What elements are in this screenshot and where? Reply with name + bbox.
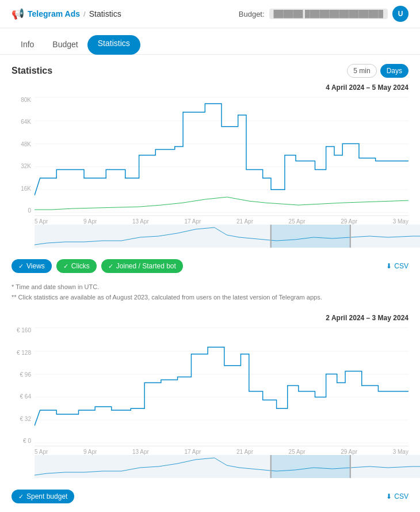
y-label-80k: 80K <box>21 97 31 103</box>
chart1-mini-svg <box>35 225 420 248</box>
megaphone-icon: 📢 <box>12 7 24 20</box>
chart1-legend: ✓ Views ✓ Clicks ✓ Joined / Started bot <box>12 259 183 273</box>
svg-rect-9 <box>350 225 351 248</box>
y2-label-128: € 128 <box>17 350 31 356</box>
chart2-date-range: 2 April 2024 – 3 May 2024 <box>12 314 408 322</box>
y-label-48k: 48K <box>21 142 31 147</box>
chart2-x-labels: 5 Apr 9 Apr 13 Apr 17 Apr 21 Apr 25 Apr … <box>35 446 408 455</box>
x2-label-1: 5 Apr <box>35 449 48 455</box>
x2-label-7: 29 Apr <box>341 449 357 455</box>
check-icon-clicks: ✓ <box>63 263 68 270</box>
chart1-area <box>35 95 408 216</box>
y2-label-96: € 96 <box>20 372 31 378</box>
chart1-header: Statistics 5 min Days <box>12 64 408 78</box>
legend-joined-label: Joined / Started bot <box>116 262 176 270</box>
header-logo: 📢 Telegram Ads <box>12 7 80 20</box>
header: 📢 Telegram Ads / Statistics Budget: ████… <box>0 0 420 28</box>
page-title: Statistics <box>89 9 121 18</box>
check-icon-views: ✓ <box>18 263 24 270</box>
time-controls: 5 min Days <box>347 64 408 78</box>
budget-section: Budget: ██████ ████████████████ U <box>239 6 408 22</box>
avatar[interactable]: U <box>392 6 408 22</box>
chart2-legend: ✓ Spent budget <box>12 490 74 503</box>
tabs: Info Budget Statistics <box>0 28 420 55</box>
time-btn-days[interactable]: Days <box>380 64 408 78</box>
x-label-8: 3 May <box>393 218 408 225</box>
chart1-mini <box>35 225 420 248</box>
note-1-line2: ** Click statistics are available as of … <box>12 293 408 303</box>
chart1-notes: * Time and date shown in UTC. ** Click s… <box>12 282 408 302</box>
y2-label-0: € 0 <box>23 438 31 444</box>
x2-label-2: 9 Apr <box>83 449 97 455</box>
svg-rect-18 <box>270 455 272 478</box>
chart1-legend-row: ✓ Views ✓ Clicks ✓ Joined / Started bot … <box>12 255 408 278</box>
note-1-line1: * Time and date shown in UTC. <box>12 282 408 293</box>
chart2-svg <box>35 325 408 446</box>
legend-clicks-label: Clicks <box>71 262 90 270</box>
legend-btn-spent[interactable]: ✓ Spent budget <box>12 490 74 503</box>
x-label-5: 21 Apr <box>236 218 253 225</box>
x-label-1: 5 Apr <box>35 218 48 225</box>
y2-label-160: € 160 <box>17 328 31 333</box>
chart2-mini-svg <box>35 455 420 478</box>
svg-rect-6 <box>35 225 420 248</box>
x2-label-5: 21 Apr <box>236 449 253 455</box>
y-label-16k: 16K <box>21 186 31 192</box>
y-label-64k: 64K <box>21 119 31 125</box>
tab-statistics[interactable]: Statistics <box>87 35 140 55</box>
chart1-wrapper: 80K 64K 48K 32K 16K 0 <box>12 95 408 216</box>
logo-text: Telegram Ads <box>28 9 80 18</box>
legend-views-label: Views <box>26 262 45 270</box>
csv-btn-1[interactable]: ⬇ CSV <box>386 262 408 270</box>
x2-label-6: 25 Apr <box>289 449 306 455</box>
chart1-svg <box>35 95 408 215</box>
x-label-6: 25 Apr <box>289 218 306 225</box>
check-icon-spent: ✓ <box>18 493 24 500</box>
svg-rect-17 <box>270 455 351 478</box>
chart1-title: Statistics <box>12 66 52 76</box>
x2-label-3: 13 Apr <box>132 449 149 455</box>
time-btn-5min[interactable]: 5 min <box>347 64 376 78</box>
chart2-mini <box>35 455 420 478</box>
budget-label: Budget: <box>239 10 265 18</box>
tab-budget[interactable]: Budget <box>43 35 87 55</box>
svg-rect-16 <box>35 455 420 478</box>
chart1-y-axis: 80K 64K 48K 32K 16K 0 <box>12 95 35 216</box>
chart1-date-range: 4 April 2024 – 5 May 2024 <box>12 84 408 92</box>
legend-btn-clicks[interactable]: ✓ Clicks <box>56 259 97 273</box>
x-label-2: 9 Apr <box>83 218 97 225</box>
csv-label-1: CSV <box>394 262 408 270</box>
chart2-area <box>35 325 408 446</box>
chart1-x-labels: 5 Apr 9 Apr 13 Apr 17 Apr 21 Apr 25 Apr … <box>35 216 408 225</box>
x-label-4: 17 Apr <box>185 218 201 225</box>
chart1-right <box>35 95 408 216</box>
main-content: Statistics 5 min Days 4 April 2024 – 5 M… <box>0 55 420 512</box>
chart2-y-axis: € 160 € 128 € 96 € 64 € 32 € 0 <box>12 325 35 446</box>
download-icon-1: ⬇ <box>386 262 392 270</box>
y-label-0: 0 <box>28 208 31 214</box>
chart2-right <box>35 325 408 446</box>
legend-btn-joined[interactable]: ✓ Joined / Started bot <box>101 259 183 273</box>
legend-btn-views[interactable]: ✓ Views <box>12 259 52 273</box>
check-icon-joined: ✓ <box>108 263 113 270</box>
x-label-7: 29 Apr <box>341 218 357 225</box>
chart2-wrapper: € 160 € 128 € 96 € 64 € 32 € 0 <box>12 325 408 446</box>
csv-label-2: CSV <box>394 492 408 500</box>
y2-label-32: € 32 <box>20 416 31 422</box>
tab-info[interactable]: Info <box>12 35 43 55</box>
legend-spent-label: Spent budget <box>26 492 67 500</box>
csv-btn-2[interactable]: ⬇ CSV <box>386 492 408 500</box>
x2-label-8: 3 May <box>393 449 408 455</box>
breadcrumb-separator: / <box>83 10 86 18</box>
budget-value: ██████ ████████████████ <box>269 9 388 19</box>
svg-rect-7 <box>270 225 351 248</box>
download-icon-2: ⬇ <box>386 492 392 500</box>
y-label-32k: 32K <box>21 164 31 169</box>
svg-rect-8 <box>270 225 272 248</box>
x-label-3: 13 Apr <box>132 218 149 225</box>
svg-rect-19 <box>350 455 351 478</box>
x2-label-4: 17 Apr <box>185 449 201 455</box>
y2-label-64: € 64 <box>20 394 31 400</box>
chart2-legend-row: ✓ Spent budget ⬇ CSV <box>12 485 408 508</box>
